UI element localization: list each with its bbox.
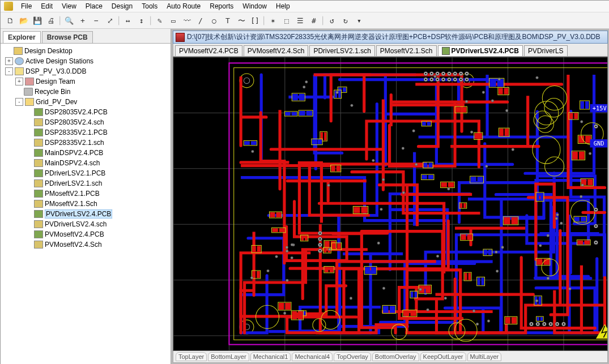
explorer-tree[interactable]: Design Desktop+Active Design Stations-DS… [1, 44, 171, 364]
svg-rect-108 [292, 94, 297, 100]
menu-tools[interactable]: Tools [137, 1, 162, 11]
menu-reports[interactable]: Reports [205, 1, 238, 11]
svg-rect-58 [257, 271, 260, 278]
tree-item[interactable]: DSP28035V2.4.sch [2, 117, 169, 127]
toolbar-button[interactable]: ↕ [135, 14, 148, 27]
doc-tab[interactable]: PVMoseftV2.4.Sch [244, 45, 309, 56]
tree-item[interactable]: PVMoseftV2.4.Sch [2, 239, 169, 250]
toolbar-button[interactable]: 〰 [181, 14, 193, 27]
svg-rect-40 [587, 179, 593, 185]
doc-tab[interactable]: PDriverLSV2.1.sch [309, 45, 374, 56]
menu-file[interactable]: File [16, 1, 36, 11]
tree-item[interactable]: MainDSPV2.4.sch [2, 158, 169, 168]
toolbar-button[interactable]: 💾 [31, 14, 44, 27]
expand-icon[interactable]: + [15, 78, 23, 85]
tree-item[interactable]: DSP28035V2.4.PCB [2, 107, 169, 117]
doc-tab[interactable]: PMoseftV2.1.Sch [376, 45, 437, 56]
toolbar-button[interactable]: / [194, 14, 207, 27]
toolbar-button[interactable]: 🖨 [45, 14, 57, 27]
toolbar-button[interactable]: 🔍 [63, 14, 75, 27]
tree-item[interactable]: PMoseftV2.1.PCB [2, 189, 169, 199]
tree-item[interactable]: DSP28335V2.1.sch [2, 138, 169, 148]
panel-tab-strip: ExplorerBrowse PCB [1, 29, 171, 44]
tree-item-label: PVMoseftV2.4.Sch [45, 241, 102, 249]
tree-item[interactable]: +Design Team [2, 76, 169, 87]
svg-point-255 [320, 250, 321, 252]
svg-point-299 [402, 191, 405, 194]
toolbar-button[interactable]: ▭ [167, 14, 180, 27]
svg-rect-163 [478, 177, 483, 182]
toolbar-button[interactable]: # [308, 14, 320, 27]
tree-item[interactable]: -Grid_PV_Dev [2, 97, 169, 107]
toolbar-button[interactable]: ↔ [122, 14, 134, 27]
svg-point-285 [569, 288, 572, 290]
pcb-canvas[interactable]: +15VGND [173, 57, 608, 351]
svg-rect-148 [337, 166, 340, 172]
toolbar-button[interactable]: − [90, 14, 103, 27]
svg-point-223 [431, 79, 432, 80]
menu-help[interactable]: Help [271, 1, 295, 11]
toolbar-button[interactable]: T [222, 14, 234, 27]
tree-item[interactable]: PVDriverLSV2.4.sch [2, 219, 169, 229]
layer-tab-bottomoverlay[interactable]: BottomOverlay [372, 352, 419, 361]
toolbar-button[interactable]: ↺ [326, 14, 338, 27]
layer-tab-mechanical4[interactable]: Mechanical4 [292, 352, 333, 361]
panel-tab-browse-pcb[interactable]: Browse PCB [42, 31, 93, 43]
layer-tab-bottomlayer[interactable]: BottomLayer [208, 352, 249, 361]
tree-item[interactable]: PDriverLSV2.1.sch [2, 178, 169, 189]
svg-point-275 [377, 242, 380, 245]
svg-rect-97 [512, 317, 517, 323]
collapse-icon[interactable]: - [5, 67, 13, 75]
svg-rect-130 [585, 101, 589, 109]
tree-item[interactable]: MainDSPV2.4.PCB [2, 148, 169, 158]
layer-tab-keepoutlayer[interactable]: KeepOutLayer [420, 352, 466, 361]
tree-item[interactable]: PVMoseftV2.4.PCB [2, 229, 169, 239]
menu-window[interactable]: Window [238, 1, 271, 11]
menu-edit[interactable]: Edit [36, 1, 57, 11]
toolbar-button[interactable]: + [76, 14, 89, 27]
svg-point-247 [563, 323, 565, 325]
menu-view[interactable]: View [57, 1, 81, 11]
pcb-icon [34, 190, 43, 198]
toolbar-button[interactable]: 🗋 [4, 14, 16, 27]
toolbar-button[interactable]: ⬚ [280, 14, 293, 27]
toolbar-button[interactable]: [] [249, 14, 261, 27]
toolbar-button[interactable]: ▾ [353, 14, 365, 27]
panel-tab-explorer[interactable]: Explorer [3, 31, 41, 43]
tree-item[interactable]: PVDriverLSV2.4.PCB [2, 209, 169, 219]
doc-tab[interactable]: PVDriverLS [524, 45, 568, 56]
layer-tab-toplayer[interactable]: TopLayer [176, 352, 207, 361]
menu-auto-route[interactable]: Auto Route [162, 1, 205, 11]
toolbar-button[interactable]: ✎ [154, 14, 166, 27]
svg-point-286 [487, 320, 490, 323]
svg-point-217 [460, 73, 462, 75]
tree-item[interactable]: Design Desktop [2, 46, 169, 56]
layer-tab-topoverlay[interactable]: TopOverlay [334, 352, 371, 361]
tree-item[interactable]: PDriverLSV2.1.PCB [2, 168, 169, 178]
menu-design[interactable]: Design [107, 1, 137, 11]
toolbar-button[interactable]: 📂 [18, 14, 30, 27]
layer-tab-mechanical1[interactable]: Mechanical1 [250, 352, 291, 361]
svg-rect-51 [422, 175, 427, 179]
toolbar-button[interactable]: ☰ [294, 14, 306, 27]
toolbar-button[interactable]: ○ [208, 14, 220, 27]
toolbar-button[interactable]: 〜 [235, 14, 248, 27]
toolbar-button[interactable]: ↻ [339, 14, 352, 27]
doc-tab[interactable]: PVMoseftV2.4.PCB [175, 45, 242, 56]
svg-rect-73 [324, 132, 326, 140]
expand-icon[interactable]: + [5, 57, 13, 65]
menu-place[interactable]: Place [81, 1, 107, 11]
svg-point-18 [244, 78, 249, 83]
tree-item[interactable]: DSP28335V2.1.PCB [2, 127, 169, 138]
toolbar-button[interactable]: ✶ [267, 14, 279, 27]
tree-item[interactable]: Recycle Bin [2, 87, 169, 97]
collapse-icon[interactable]: - [15, 98, 23, 106]
svg-rect-85 [482, 277, 484, 285]
tree-item[interactable]: PMoseftV2.1.Sch [2, 199, 169, 209]
layer-tab-multilayer[interactable]: MultiLayer [467, 352, 502, 361]
ddb-icon [176, 33, 185, 42]
doc-tab[interactable]: PVDriverLSV2.4.PCB [438, 45, 523, 56]
tree-item[interactable]: -DSP_PV_V3.0.DDB [2, 66, 169, 76]
toolbar-button[interactable]: ⤢ [104, 14, 116, 27]
tree-item[interactable]: +Active Design Stations [2, 56, 169, 66]
